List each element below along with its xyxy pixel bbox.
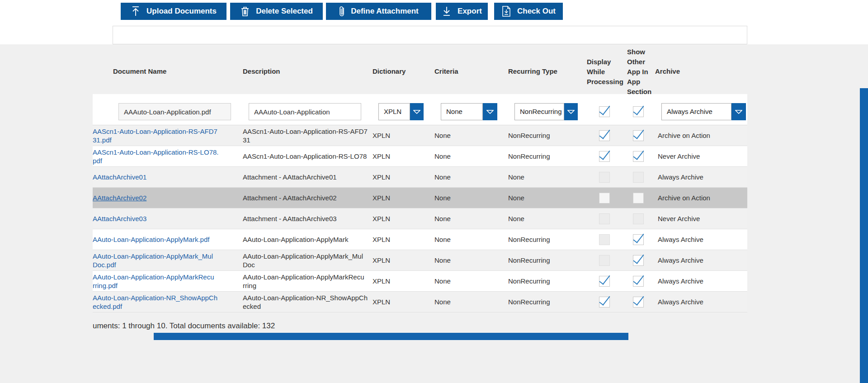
display-while-processing-checkbox[interactable] [599, 106, 610, 117]
export-button[interactable]: Export [436, 3, 488, 20]
description-cell: AAuto-Loan-Application-NR_ShowAppCh ecke… [243, 292, 373, 312]
criteria-dropdown[interactable]: None [441, 103, 497, 120]
dictionary-cell: XPLN [373, 125, 427, 146]
toolbar: Upload Documents Delete Selected Define … [0, 3, 868, 20]
upload-documents-label: Upload Documents [146, 7, 217, 16]
dictionary-cell: XPLN [373, 250, 427, 270]
export-label: Export [458, 7, 482, 16]
check-out-button[interactable]: Check Out [494, 3, 563, 20]
document-link[interactable]: AAttachArchive03 [93, 208, 240, 229]
show-other-app-checkbox[interactable] [633, 213, 644, 224]
description-cell: AAScn1-Auto-Loan-Application-RS-AFD7 31 [243, 125, 373, 146]
display-while-processing-checkbox[interactable] [599, 193, 610, 203]
column-header-recurring-type: Recurring Type [508, 66, 557, 76]
delete-selected-label: Delete Selected [256, 7, 313, 16]
vertical-scrollbar[interactable] [860, 88, 868, 383]
display-while-processing-checkbox[interactable] [599, 213, 610, 224]
chevron-down-icon[interactable] [564, 103, 578, 120]
document-link[interactable]: AAuto-Loan-Application-ApplyMarkRecu rri… [93, 271, 240, 291]
show-other-app-checkbox[interactable] [633, 297, 644, 307]
archive-cell: Never Archive [658, 146, 747, 166]
show-other-app-checkbox[interactable] [633, 276, 644, 287]
dictionary-cell: XPLN [373, 229, 427, 250]
filter-row: XPLN None NonRecurring Always Arc [93, 94, 747, 125]
description-filter-input[interactable] [249, 103, 361, 120]
upload-icon [131, 6, 141, 17]
archive-cell: Archive on Action [658, 125, 747, 146]
display-while-processing-checkbox[interactable] [599, 234, 610, 245]
define-attachment-button[interactable]: Define Attachment [326, 3, 431, 20]
show-other-app-checkbox[interactable] [633, 234, 644, 245]
criteria-cell: None [434, 271, 498, 291]
display-while-processing-checkbox[interactable] [599, 276, 610, 287]
column-header-document-name: Document Name [113, 66, 166, 76]
archive-cell: Always Archive [658, 292, 747, 312]
show-other-app-checkbox[interactable] [633, 255, 644, 266]
display-while-processing-checkbox[interactable] [599, 172, 610, 183]
archive-dropdown[interactable]: Always Archive [661, 103, 746, 120]
column-header-criteria: Criteria [434, 66, 458, 76]
document-link[interactable]: AAScn1-Auto-Loan-Application-RS-LO78. pd… [93, 146, 240, 166]
recurring-type-cell: None [508, 208, 580, 229]
document-name-filter-input[interactable] [118, 103, 231, 120]
show-other-app-checkbox[interactable] [633, 130, 644, 141]
upload-documents-button[interactable]: Upload Documents [121, 3, 226, 20]
document-link[interactable]: AAuto-Loan-Application-ApplyMark_Mul Doc… [93, 250, 240, 270]
criteria-cell: None [434, 229, 498, 250]
criteria-cell: None [434, 146, 498, 166]
show-other-app-checkbox[interactable] [633, 172, 644, 183]
show-other-app-checkbox[interactable] [633, 151, 644, 162]
table-row: AAScn1-Auto-Loan-Application-RS-AFD7 31.… [93, 125, 747, 146]
chevron-down-icon[interactable] [410, 103, 424, 120]
chevron-down-icon[interactable] [731, 103, 746, 120]
table-row: AAuto-Loan-Application-NR_ShowAppCh ecke… [93, 292, 747, 312]
dictionary-cell: XPLN [373, 188, 427, 208]
grid-top-bar [113, 26, 747, 44]
archive-dropdown-value: Always Archive [661, 103, 731, 120]
column-header-show-other-app: Show Other App In App Section [627, 47, 651, 97]
display-while-processing-checkbox[interactable] [599, 151, 610, 162]
document-link[interactable]: AAttachArchive02 [93, 188, 240, 208]
description-cell: Attachment - AAttachArchive03 [243, 208, 373, 229]
recurring-type-cell: NonRecurring [508, 271, 580, 291]
dictionary-cell: XPLN [373, 167, 427, 187]
recurring-type-dropdown-value: NonRecurring [514, 103, 564, 120]
criteria-cell: None [434, 188, 498, 208]
show-other-app-checkbox[interactable] [633, 106, 644, 117]
dictionary-cell: XPLN [373, 208, 427, 229]
display-while-processing-checkbox[interactable] [599, 255, 610, 266]
document-link[interactable]: AAttachArchive01 [93, 167, 240, 187]
recurring-type-cell: None [508, 167, 580, 187]
recurring-type-cell: NonRecurring [508, 292, 580, 312]
horizontal-scrollbar[interactable] [154, 333, 628, 340]
table-row: AAScn1-Auto-Loan-Application-RS-LO78. pd… [93, 146, 747, 167]
define-attachment-label: Define Attachment [351, 7, 419, 16]
archive-cell: Always Archive [658, 229, 747, 250]
dictionary-cell: XPLN [373, 146, 427, 166]
recurring-type-dropdown[interactable]: NonRecurring [514, 103, 578, 120]
recurring-type-cell: NonRecurring [508, 125, 580, 146]
archive-cell: Always Archive [658, 271, 747, 291]
table-row: AAuto-Loan-Application-ApplyMark.pdf AAu… [93, 229, 747, 250]
dictionary-cell: XPLN [373, 271, 427, 291]
description-cell: AAScn1-Auto-Loan-Application-RS-LO78 [243, 146, 373, 166]
chevron-down-icon[interactable] [483, 103, 497, 120]
table-row: AAttachArchive02 Attachment - AAttachArc… [93, 188, 747, 208]
display-while-processing-checkbox[interactable] [599, 130, 610, 141]
display-while-processing-checkbox[interactable] [599, 297, 610, 307]
criteria-dropdown-value: None [441, 103, 483, 120]
dictionary-dropdown[interactable]: XPLN [378, 103, 424, 120]
document-link[interactable]: AAScn1-Auto-Loan-Application-RS-AFD7 31.… [93, 125, 240, 146]
document-link[interactable]: AAuto-Loan-Application-ApplyMark.pdf [93, 229, 240, 250]
document-manager-page: Upload Documents Delete Selected Define … [0, 0, 868, 383]
documents-grid: Document Name Description Dictionary Cri… [93, 44, 747, 312]
criteria-cell: None [434, 125, 498, 146]
description-cell: Attachment - AAttachArchive02 [243, 188, 373, 208]
column-header-archive: Archive [655, 66, 680, 76]
download-icon [442, 6, 452, 17]
dictionary-dropdown-value: XPLN [378, 103, 410, 120]
document-link[interactable]: AAuto-Loan-Application-NR_ShowAppCh ecke… [93, 292, 240, 312]
show-other-app-checkbox[interactable] [633, 193, 644, 203]
description-cell: AAuto-Loan-Application-ApplyMarkRecu rri… [243, 271, 373, 291]
delete-selected-button[interactable]: Delete Selected [230, 3, 323, 20]
